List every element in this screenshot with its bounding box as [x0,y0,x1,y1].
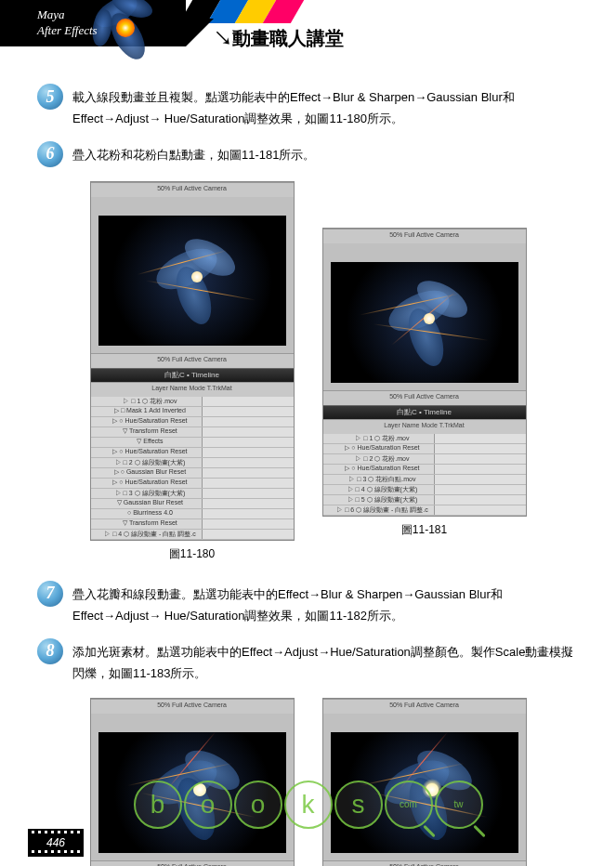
timeline-header: 白點C • Timeline [323,406,526,419]
wm-letter-o: o [184,781,232,829]
ae-window: 50% Full Active Camera 50% Full Active C… [90,181,295,541]
timeline-row: ▷ ○ Gaussian Blur Reset [91,468,294,479]
timeline-row: ▷ □ 6 ⬡ 線段動畫 - 白點 調整.c [323,505,526,516]
ae-timeline: 白點C • Timeline Layer Name Mode T.TrkMat … [323,405,526,516]
step-digit: 8 [46,641,55,661]
timeline-row: ▽ Gaussian Blur Reset [91,499,294,509]
page-footer: 446 [28,829,84,857]
wm-letter-o: o [234,781,282,829]
ae-window: 50% Full Active Camera 50% Full Active C… [322,228,527,517]
step-text: 載入線段動畫並且複製。點選功能表中的Effect→Blur & Sharpen→… [72,84,579,130]
wm-letter-k: k [284,781,333,829]
timeline-rows: ▷ □ 1 ⬡ 花粉.mov▷ ○ Hue/Saturation Reset▷ … [323,434,526,516]
timeline-rows: ▷ □ 1 ⬡ 花粉.mov▷ □ Mask 1 Add Inverted▷ ○… [91,397,294,540]
ae-top-controls: 50% Full Active Camera [323,229,526,243]
figure-caption: 圖11-181 [322,522,527,538]
figures-row-1: 50% Full Active Camera 50% Full Active C… [37,181,579,562]
ae-timeline: 白點C • Timeline Layer Name Mode T.TrkMat … [91,368,294,540]
ae-preview [98,216,286,346]
figure-11-181: 50% Full Active Camera 50% Full Active C… [322,181,527,562]
step-digit: 5 [46,87,55,107]
timeline-row: ▷ □ 5 ⬡ 線段動畫(大紫) [323,495,526,505]
ae-mid-controls: 50% Full Active Camera [91,860,294,866]
timeline-row: ▷ □ 3 ⬡ 花粉白點.mov [323,475,526,485]
step-number-badge: 6 [37,141,63,167]
step-digit: 6 [46,144,55,164]
timeline-row: ▷ □ 3 ⬡ 線段動畫(大紫) [91,489,294,499]
step-number-badge: 8 [37,638,63,664]
ae-top-controls: 50% Full Active Camera [91,182,294,197]
step-7: 7 疊入花瓣和線段動畫。點選功能表中的Effect→Blur & Sharpen… [37,581,579,627]
step-text: 添加光斑素材。點選功能表中的Effect→Adjust→Hue/Saturati… [72,638,579,685]
step-text: 疊入花瓣和線段動畫。點選功能表中的Effect→Blur & Sharpen→G… [72,581,579,627]
step-number-badge: 5 [37,84,63,110]
chapter-title-text: 動畫職人講堂 [232,28,344,48]
timeline-cols: Layer Name Mode T.TrkMat [323,419,526,434]
product-ae: After Effects [37,23,98,39]
ae-mid-controls: 50% Full Active Camera [91,353,294,368]
timeline-row: ▷ ○ Hue/Saturation Reset [323,465,526,475]
timeline-row: ▷ ○ Hue/Saturation Reset [91,479,294,489]
wm-letter-b: b [134,781,182,829]
ae-mid-controls: 50% Full Active Camera [323,860,526,866]
ae-preview [331,262,518,383]
timeline-row: ▷ □ 1 ⬡ 花粉.mov [91,397,294,407]
step-6: 6 疊入花粉和花粉白點動畫，如圖11-181所示。 [37,141,579,167]
timeline-row: ▷ □ 2 ⬡ 花粉.mov [323,454,526,465]
timeline-row: ▷ □ 4 ⬡ 線段動畫 - 白點 調整.c [91,530,294,540]
page-content: 5 載入線段動畫並且複製。點選功能表中的Effect→Blur & Sharpe… [0,65,616,866]
wm-letter-s: s [334,781,383,829]
timeline-row: ▽ Transform Reset [91,427,294,438]
ae-top-controls: 50% Full Active Camera [91,699,294,714]
timeline-row: ▽ Transform Reset [91,519,294,530]
product-maya: Maya [37,7,98,23]
timeline-row: ○ Blurriness 4.0 [91,509,294,519]
timeline-row: ▷ ○ Hue/Saturation Reset [91,417,294,427]
timeline-row: ▷ ○ Hue/Saturation Reset [91,448,294,458]
page-header: Maya After Effects ↘動畫職人講堂 [0,0,616,65]
timeline-cols: Layer Name Mode T.TrkMat [91,382,294,397]
timeline-row: ▽ Effects [91,438,294,448]
film-strip-icon: 446 [28,829,84,857]
timeline-row: ▷ □ 1 ⬡ 花粉.mov [323,434,526,444]
timeline-header: 白點C • Timeline [91,369,294,382]
ae-mid-controls: 50% Full Active Camera [323,390,526,405]
step-text: 疊入花粉和花粉白點動畫，如圖11-181所示。 [72,141,315,165]
timeline-row: ▷ □ 4 ⬡ 線段動畫(大紫) [323,485,526,495]
timeline-row: ▷ □ 2 ⬡ 線段動畫(大紫) [91,458,294,468]
figure-11-180: 50% Full Active Camera 50% Full Active C… [90,181,295,562]
ae-top-controls: 50% Full Active Camera [323,699,526,714]
header-triangle [186,19,214,46]
step-8: 8 添加光斑素材。點選功能表中的Effect→Adjust→Hue/Satura… [37,638,579,685]
arrow-icon: ↘ [214,28,232,48]
step-number-badge: 7 [37,581,63,607]
figure-caption: 圖11-180 [90,546,295,562]
wm-mag-tw: tw [435,781,483,829]
timeline-row: ▷ ○ Hue/Saturation Reset [323,444,526,454]
watermark: b o o k s com tw [0,781,616,829]
timeline-row: ▷ □ Mask 1 Add Inverted [91,407,294,417]
wm-mag-com: com [385,781,433,829]
step-5: 5 載入線段動畫並且複製。點選功能表中的Effect→Blur & Sharpe… [37,84,579,130]
page-number: 446 [46,836,65,849]
header-product-text: Maya After Effects [37,7,98,39]
step-digit: 7 [46,584,55,603]
chapter-title: ↘動畫職人講堂 [214,26,344,51]
